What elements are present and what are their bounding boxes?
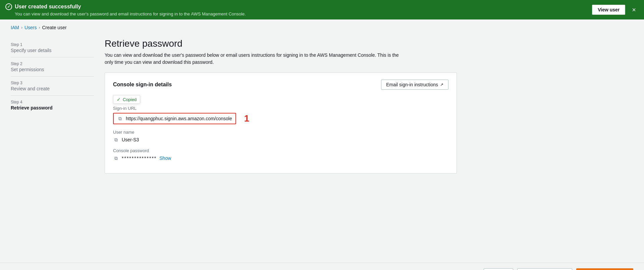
username-label: User name [113,130,448,135]
username-value-row: ⧉ User-S3 [113,137,448,143]
banner-title-row: ✓ User created successfully [5,3,592,10]
cancel-button[interactable]: Cancel [484,268,513,270]
breadcrumb-separator-2: › [39,25,40,30]
return-to-users-button[interactable]: Return to users list [576,268,633,270]
step-4-number: Step 4 [11,100,94,104]
banner-subtitle: You can view and download the user's pas… [15,11,592,16]
console-signin-card: Console sign-in details Email sign-in in… [105,73,457,174]
show-password-link[interactable]: Show [159,155,171,161]
step-1-number: Step 1 [11,42,94,47]
success-icon: ✓ [5,3,12,10]
step-3-number: Step 3 [11,81,94,85]
breadcrumb: IAM › Users › Create user [0,19,644,33]
card-title: Console sign-in details [113,82,172,88]
step-1: Step 1 Specify user details [11,38,94,57]
main-layout: Step 1 Specify user details Step 2 Set p… [0,33,644,263]
notification-banner: ✓ User created successfully You can view… [0,0,644,19]
step-2-label: Set permissions [11,67,94,72]
step-4-label: Retrieve password [11,105,94,110]
username-value: User-S3 [122,137,139,142]
page-container: IAM › Users › Create user Step 1 Specify… [0,19,644,263]
banner-title: User created successfully [15,4,81,10]
close-banner-button[interactable]: × [629,5,639,15]
view-user-button[interactable]: View user [592,5,625,15]
breadcrumb-current: Create user [42,25,66,30]
url-field-row: Sign-in URL ⧉ https://quangphuc.signin.a… [113,106,448,124]
page-title: Retrieve password [105,38,633,49]
step-1-label: Specify user details [11,48,94,53]
username-copy-icon[interactable]: ⧉ [113,137,119,143]
password-copy-icon[interactable]: ⧉ [113,155,119,161]
footer-actions: Cancel Download .csv file Return to user… [0,263,644,270]
card-header: Console sign-in details Email sign-in in… [113,80,448,90]
banner-content: ✓ User created successfully You can view… [5,3,592,16]
banner-actions: View user × [592,5,639,15]
url-field-label: Sign-in URL [113,106,448,111]
step-annotation-1: 1 [244,113,250,124]
url-value: https://quangphuc.signin.aws.amazon.com/… [126,116,232,121]
copied-label: Copied [123,97,137,102]
step-2-number: Step 2 [11,61,94,66]
url-copy-icon[interactable]: ⧉ [117,116,123,122]
download-csv-button[interactable]: Download .csv file [517,268,572,270]
url-field-wrapper: ⧉ https://quangphuc.signin.aws.amazon.co… [113,113,236,124]
password-value: ************** [122,155,157,161]
email-signin-button[interactable]: Email sign-in instructions ↗ [381,80,448,90]
steps-sidebar: Step 1 Specify user details Step 2 Set p… [11,33,105,263]
step-3: Step 3 Review and create [11,77,94,96]
step-3-label: Review and create [11,86,94,91]
copied-check-icon: ✓ [117,97,121,102]
username-field-row: User name ⧉ User-S3 [113,130,448,143]
breadcrumb-separator-1: › [21,25,22,30]
step-2: Step 2 Set permissions [11,57,94,77]
password-value-row: ⧉ ************** Show [113,155,448,161]
content-area: Retrieve password You can view and downl… [105,33,633,263]
breadcrumb-users[interactable]: Users [24,25,37,30]
step-4: Step 4 Retrieve password [11,96,94,115]
copied-tooltip: ✓ Copied [113,95,140,104]
email-signin-label: Email sign-in instructions [386,82,438,87]
breadcrumb-iam[interactable]: IAM [11,25,19,30]
external-link-icon: ↗ [440,82,443,87]
password-field-row: Console password ⧉ ************** Show [113,148,448,161]
page-description: You can view and download the user's pas… [105,52,407,66]
password-label: Console password [113,148,448,153]
